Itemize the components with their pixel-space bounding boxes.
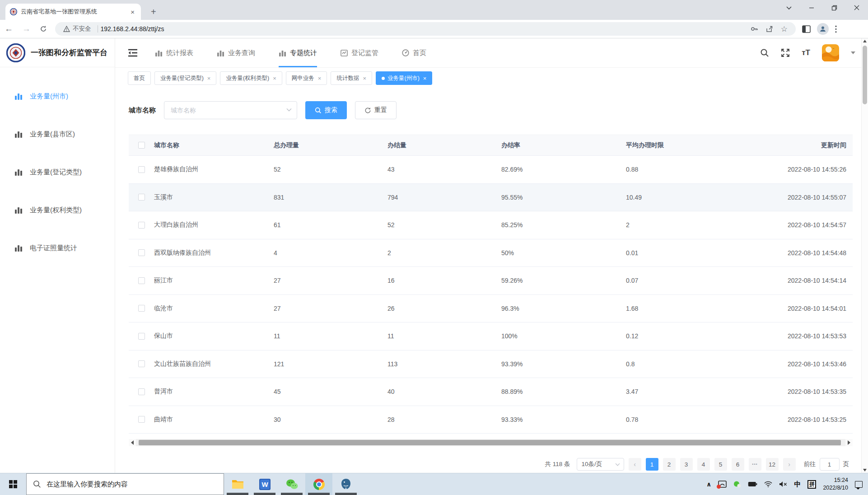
close-tab-icon[interactable]: × <box>423 75 427 82</box>
url-text[interactable]: 192.168.2.44:88/zttj/zs <box>101 25 750 33</box>
row-checkbox[interactable] <box>138 333 145 340</box>
table-row-6[interactable]: 临沧市272696.3%1.682022-08-10 14:54:01 <box>129 295 853 323</box>
tab-close-icon[interactable]: × <box>129 8 136 16</box>
sidebar-item-3[interactable]: 业务量(登记类型) <box>0 159 115 185</box>
goto-page-input[interactable] <box>820 458 840 471</box>
page-button-4[interactable]: 4 <box>697 458 710 471</box>
tray-expand-icon[interactable]: ∧ <box>706 481 711 488</box>
start-button[interactable] <box>0 473 26 495</box>
sidebar-item-4[interactable]: 业务量(权利类型) <box>0 197 115 223</box>
page-button-5[interactable]: 5 <box>714 458 727 471</box>
horizontal-scroll-thumb[interactable] <box>139 440 841 445</box>
side-panel-icon[interactable] <box>802 25 811 33</box>
page-tab-5[interactable]: 统计数据 × <box>331 71 372 85</box>
nav-item-2[interactable]: 业务查询 <box>217 38 255 67</box>
row-checkbox[interactable] <box>138 305 145 312</box>
close-tab-icon[interactable]: × <box>207 75 211 82</box>
page-button-2[interactable]: 2 <box>663 458 676 471</box>
share-icon[interactable] <box>765 25 774 33</box>
page-tab-2[interactable]: 业务量(登记类型) × <box>154 71 216 85</box>
row-checkbox[interactable] <box>138 277 145 284</box>
row-checkbox[interactable] <box>138 388 145 395</box>
password-key-icon[interactable] <box>750 25 758 33</box>
table-row-1[interactable]: 楚雄彝族自治州524382.69%0.882022-08-10 14:55:26 <box>129 156 853 184</box>
sidebar-item-2[interactable]: 业务量(县市区) <box>0 121 115 147</box>
row-checkbox[interactable] <box>138 222 145 229</box>
page-button-3[interactable]: 3 <box>680 458 693 471</box>
browser-profile-avatar[interactable] <box>817 23 829 35</box>
tray-wechat-icon[interactable] <box>733 481 741 488</box>
back-icon[interactable]: ← <box>0 24 18 34</box>
forward-icon[interactable]: → <box>18 24 35 34</box>
volume-muted-icon[interactable] <box>779 481 787 487</box>
select-all-checkbox[interactable] <box>138 142 145 149</box>
table-row-9[interactable]: 普洱市454088.89%3.472022-08-10 14:53:35 <box>129 378 853 406</box>
fullscreen-icon[interactable] <box>781 48 790 57</box>
scroll-down-icon[interactable] <box>863 469 867 472</box>
horizontal-scroll-track[interactable] <box>136 439 845 446</box>
reload-icon[interactable] <box>35 25 51 33</box>
ime-language-indicator[interactable]: 中 <box>794 480 801 489</box>
word-icon[interactable]: W <box>251 473 278 495</box>
table-row-4[interactable]: 西双版纳傣族自治州4250%0.012022-08-10 14:54:48 <box>129 239 853 267</box>
font-size-icon[interactable]: тT <box>802 48 810 57</box>
row-checkbox[interactable] <box>138 166 145 173</box>
row-checkbox[interactable] <box>138 360 145 367</box>
new-tab-button[interactable]: + <box>147 4 160 20</box>
page-tab-6[interactable]: 业务量(州市) × <box>376 71 432 85</box>
search-button[interactable]: 搜索 <box>305 101 347 119</box>
scroll-up-icon[interactable] <box>863 40 867 42</box>
table-row-10[interactable]: 曲靖市302893.33%0.782022-08-10 14:53:25 <box>129 406 853 434</box>
chrome-icon[interactable] <box>305 473 332 495</box>
page-tab-3[interactable]: 业务量(权利类型) × <box>220 71 282 85</box>
table-row-8[interactable]: 文山壮族苗族自治州12111393.39%0.82022-08-10 14:53… <box>129 350 853 378</box>
sidebar-item-5[interactable]: 电子证照量统计 <box>0 235 115 261</box>
page-ellipsis[interactable]: ••• <box>749 458 761 471</box>
close-tab-icon[interactable]: × <box>363 75 366 82</box>
vertical-scrollbar[interactable] <box>861 38 868 473</box>
page-tab-1[interactable]: 首页 <box>128 71 151 85</box>
table-row-5[interactable]: 丽江市271659.26%0.072022-08-10 14:54:14 <box>129 267 853 295</box>
user-menu-caret-icon[interactable] <box>851 51 855 54</box>
row-checkbox[interactable] <box>138 194 145 201</box>
maximize-button[interactable] <box>823 0 845 15</box>
city-name-input[interactable] <box>164 101 297 119</box>
tray-app-badge-icon[interactable] <box>718 481 727 488</box>
minimize-button[interactable] <box>800 0 823 15</box>
horizontal-scrollbar[interactable] <box>129 439 853 446</box>
close-window-button[interactable] <box>845 0 868 15</box>
taskbar-clock[interactable]: 15:24 2022/8/10 <box>823 476 848 492</box>
table-row-2[interactable]: 玉溪市83179495.55%10.492022-08-10 14:55:07 <box>129 184 853 212</box>
file-explorer-icon[interactable] <box>224 473 251 495</box>
page-button-1[interactable]: 1 <box>646 458 658 471</box>
notification-center-icon[interactable] <box>855 481 863 488</box>
wechat-icon[interactable] <box>278 473 305 495</box>
page-size-select[interactable]: 10条/页 <box>577 458 624 471</box>
next-page-button[interactable]: › <box>783 458 796 471</box>
tab-search-icon[interactable] <box>778 0 800 15</box>
taskbar-search[interactable]: 在这里输入你要搜索的内容 <box>26 473 224 495</box>
nav-item-5[interactable]: 首页 <box>402 38 426 67</box>
page-button-12[interactable]: 12 <box>766 458 779 471</box>
security-section[interactable]: 不安全 <box>60 25 95 33</box>
omnibox[interactable]: 不安全 192.168.2.44:88/zttj/zs ☆ <box>55 22 796 36</box>
page-button-6[interactable]: 6 <box>732 458 744 471</box>
close-tab-icon[interactable]: × <box>318 75 322 82</box>
sidebar-item-1[interactable]: 业务量(州市) <box>0 84 115 109</box>
user-avatar[interactable] <box>822 44 839 61</box>
vertical-scroll-thumb[interactable] <box>863 46 867 104</box>
row-checkbox[interactable] <box>138 249 145 256</box>
table-row-3[interactable]: 大理白族自治州615285.25%22022-08-10 14:54:57 <box>129 211 853 239</box>
table-row-7[interactable]: 保山市1111100%0.122022-08-10 14:53:53 <box>129 322 853 350</box>
search-icon[interactable] <box>760 48 769 57</box>
browser-tab[interactable]: 云南省宅基地一张图管理系统 × <box>5 4 141 20</box>
ime-mode-indicator[interactable]: 拼 <box>807 480 816 489</box>
scroll-left-icon[interactable] <box>129 439 136 446</box>
city-name-select[interactable] <box>164 101 297 119</box>
scroll-right-icon[interactable] <box>845 439 853 446</box>
postgresql-icon[interactable] <box>332 473 359 495</box>
browser-menu-icon[interactable] <box>835 25 837 33</box>
battery-icon[interactable] <box>748 481 757 487</box>
nav-item-3[interactable]: 专题统计 <box>279 38 317 67</box>
nav-item-4[interactable]: 登记监管 <box>341 38 378 67</box>
